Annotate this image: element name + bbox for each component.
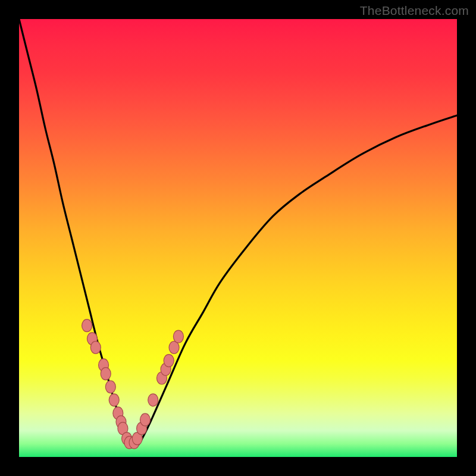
plot-area: [19, 19, 457, 457]
data-marker: [82, 320, 92, 332]
chart-frame: TheBottleneck.com: [0, 0, 476, 476]
data-marker: [173, 330, 183, 343]
data-marker: [148, 394, 158, 406]
watermark-text: TheBottleneck.com: [360, 4, 469, 18]
data-marker: [105, 381, 115, 393]
data-marker: [164, 355, 174, 367]
chart-svg: [19, 19, 457, 457]
data-marker: [169, 342, 179, 354]
data-marker: [109, 394, 119, 406]
data-marker: [101, 368, 111, 380]
bottleneck-curve: [19, 19, 457, 448]
data-marker: [140, 414, 150, 426]
data-marker: [90, 342, 101, 354]
